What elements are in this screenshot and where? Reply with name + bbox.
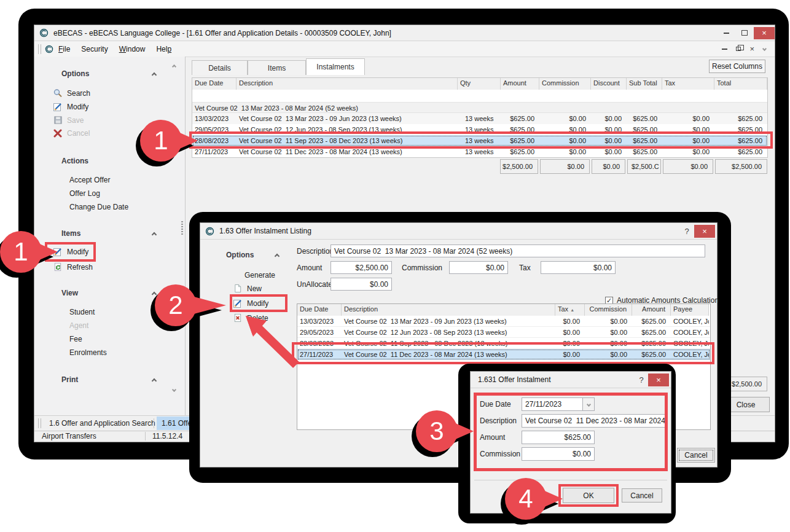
sidebar-item-student[interactable]: Student [69,308,95,316]
sidebar-item-modify[interactable]: Modify [52,102,88,112]
table-row[interactable]: 29/05/2023Vet Course 02 12 Jun 2023 - 08… [297,327,710,338]
table-row[interactable]: 13/03/2023Vet Course 02 13 Mar 2023 - 09… [297,316,710,327]
mdi-close-icon[interactable]: × [749,44,754,53]
dialog63-item-generate[interactable]: Generate [244,271,275,280]
status-divider [145,432,146,440]
sidebar-item-accept-offer[interactable]: Accept Offer [69,176,110,184]
tab-details[interactable]: Details [192,60,248,75]
unallocated-field[interactable]: $0.00 [330,278,392,291]
description-field[interactable]: Vet Course 02 11 Dec 2023 - 08 Mar 2024 … [522,414,668,428]
menu-file[interactable]: File [58,45,70,53]
column-header[interactable]: Discount [591,78,627,90]
screenshot-page: eBECAS - eBECAS Language College - [1.61… [0,0,790,532]
table-row[interactable]: 28/08/2023Vet Course 02 11 Sep 2023 - 08… [297,338,710,349]
due-date-field[interactable]: 27/11/2023 [522,397,583,411]
splitter-grip[interactable] [181,221,183,235]
sidebar-header-print[interactable]: Print [61,375,78,384]
dialog631-close-button[interactable]: × [648,374,669,386]
table-row-selected[interactable]: 27/11/2023Vet Course 02 11 Dec 2023 - 08… [297,349,710,360]
mdi-menu-chevron-icon[interactable] [762,47,767,51]
sidebar-item-search[interactable]: Search [52,88,90,98]
dialog63-item-new[interactable]: New [232,284,262,293]
sidebar-item-offer-log[interactable]: Offer Log [69,189,100,198]
amount-field[interactable]: $2,500.00 [330,261,392,274]
table-row[interactable]: 13/03/2023Vet Course 02 13 Mar 2023 - 09… [192,113,767,124]
due-date-dropdown-button[interactable] [582,397,595,411]
sidebar-header-actions[interactable]: Actions [61,157,88,165]
column-header[interactable]: Commission [585,304,632,316]
menu-help[interactable]: Help [156,45,171,53]
close-button[interactable]: × [754,27,775,39]
annotation-balloon-1-modify: 1 [0,231,42,273]
total-tax: $0.00 [663,159,713,174]
dialog63-title: 1.63 Offer Instalment Listing [219,227,311,235]
help-button[interactable]: ? [635,374,648,386]
dialog63-item-modify[interactable]: Modify [232,299,268,308]
tab-items[interactable]: Items [248,60,306,75]
column-header[interactable]: Payee [671,304,709,316]
column-header[interactable]: Tax [662,78,714,90]
sidebar-splitter[interactable] [185,57,186,415]
mdi-minimize-icon[interactable] [722,49,727,50]
commission-label: Commission [480,450,520,458]
column-header[interactable]: Description [342,304,555,316]
column-header[interactable]: Qty [458,78,501,90]
tax-field[interactable]: $0.00 [541,261,616,274]
table-header-row: Due Date Description Qty Amount Commissi… [192,78,767,90]
tab-instalments[interactable]: Instalments [306,58,365,75]
search-icon [52,88,63,98]
column-header[interactable]: Amount [632,304,671,316]
sidebar-item-cancel[interactable]: Cancel [52,129,90,138]
refresh-icon [52,262,63,272]
sidebar-item-save[interactable]: Save [52,115,84,125]
column-header[interactable]: Description [237,78,458,90]
minimize-button[interactable] [717,27,735,39]
sidebar-item-enrolments[interactable]: Enrolments [69,348,107,357]
mdi-tab-divider [154,418,154,428]
table-row[interactable]: 27/11/2023Vet Course 02 11 Dec 2023 - 08… [192,146,767,157]
sidebar-item-fee[interactable]: Fee [69,335,82,343]
sidebar-header-options[interactable]: Options [61,69,89,78]
column-header-sorted[interactable]: Tax ▲ [555,304,585,316]
commission-field[interactable]: $0.00 [522,447,595,461]
group-row[interactable]: Vet Course 02 13 Mar 2023 - 08 Mar 2024 … [192,102,767,113]
delete-icon [232,313,243,323]
column-header[interactable]: Due Date [297,304,342,316]
sidebar-item-change-due-date[interactable]: Change Due Date [69,203,128,211]
description-field[interactable]: Vet Course 02 13 Mar 2023 - 08 Mar 2024 … [330,244,705,257]
menu-security[interactable]: Security [81,45,108,53]
amount-field[interactable]: $625.00 [522,431,595,444]
dialog63-close-button[interactable]: × [694,225,715,238]
dialog63-titlebar: 1.63 Offer Instalment Listing ? × [200,223,717,240]
menu-window[interactable]: Window [119,45,146,53]
table-row[interactable]: 29/05/2023Vet Course 02 12 Jun 2023 - 08… [192,124,767,135]
reset-columns-button[interactable]: Reset Columns [709,60,765,73]
status-company: Airport Transfers [42,432,96,440]
group-band [192,90,767,102]
table-row-selected[interactable]: 28/08/2023Vet Course 02 11 Sep 2023 - 08… [192,135,767,146]
ok-button[interactable]: OK [563,488,614,503]
sidebar-header-items[interactable]: Items [61,229,80,238]
maximize-button[interactable] [735,27,754,39]
dialog63-options-header[interactable]: Options [226,251,254,259]
column-header[interactable]: Due Date [192,78,237,90]
column-header[interactable]: Commission [539,78,591,90]
mdi-tabbar-grip [38,418,41,428]
sidebar-item-agent[interactable]: Agent [69,321,88,330]
total-grand: $2,500.00 [715,159,767,174]
column-header[interactable]: Amount [501,78,539,90]
due-date-label: Due Date [480,400,511,409]
commission-field[interactable]: $0.00 [449,261,508,274]
dialog63-cancel-button[interactable]: Cancel [677,448,715,463]
help-button[interactable]: ? [679,225,694,237]
mdi-tab-search[interactable]: 1.6 Offer and Application Search [44,417,160,430]
sidebar-header-view[interactable]: View [61,289,78,297]
cancel-x-icon [52,129,63,138]
column-header[interactable]: Total [714,78,767,90]
mdi-restore-icon[interactable] [736,47,741,51]
cancel-button[interactable]: Cancel [622,488,662,503]
sidebar-item-refresh[interactable]: Refresh [52,262,93,272]
status-version: 11.5.12.4 [152,432,182,440]
column-header[interactable]: Sub Total [627,78,662,90]
dialog63-item-delete[interactable]: Delete [232,313,268,323]
